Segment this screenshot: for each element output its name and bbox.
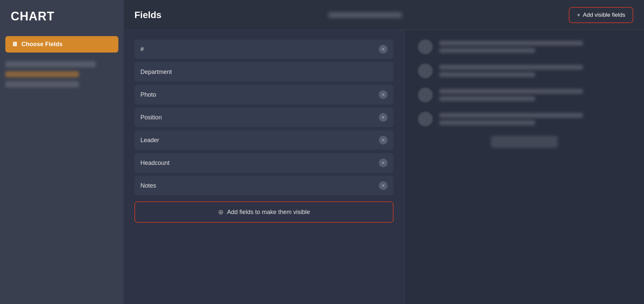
preview-lines-2 (439, 65, 631, 77)
page-title: Fields (134, 10, 162, 20)
field-item-position[interactable]: Position ✕ (134, 108, 394, 127)
header: Fields + Add visible fields (124, 0, 644, 30)
preview-lines-1 (439, 41, 631, 53)
preview-lines-4 (439, 113, 631, 125)
field-close-position[interactable]: ✕ (379, 113, 388, 122)
field-item-department[interactable]: Department (134, 62, 394, 82)
field-label-position: Position (140, 114, 162, 121)
field-close-leader[interactable]: ✕ (379, 136, 388, 144)
preview-line-3b (439, 96, 535, 101)
preview-line-1a (439, 41, 583, 45)
field-label-department: Department (140, 69, 172, 76)
header-center (328, 12, 402, 18)
add-visible-fields-plus-icon: + (577, 12, 580, 18)
blurred-item-2 (5, 71, 79, 77)
preview-row-1 (418, 39, 631, 54)
preview-avatar-3 (418, 88, 433, 102)
add-fields-plus-icon: ⊕ (218, 208, 224, 216)
field-close-headcount[interactable]: ✕ (379, 159, 388, 167)
monitor-icon: 🖥 (11, 41, 17, 48)
preview-lines-3 (439, 89, 631, 101)
preview-bottom-bar (491, 136, 558, 148)
field-label-notes: Notes (140, 182, 156, 189)
preview-row-3 (418, 88, 631, 102)
preview-row-4 (418, 112, 631, 126)
field-close-photo[interactable]: ✕ (379, 90, 388, 99)
preview-avatar-1 (418, 39, 433, 54)
fields-panel: # ✕ Department Photo ✕ Position ✕ Leader… (124, 30, 405, 304)
preview-line-3a (439, 89, 583, 94)
sidebar-item-choose-fields[interactable]: 🖥 Choose Fields (5, 36, 118, 53)
add-fields-label: Add fields to make them visible (227, 209, 310, 216)
preview-row-2 (418, 64, 631, 78)
field-item-headcount[interactable]: Headcount ✕ (134, 153, 394, 173)
preview-line-2b (439, 72, 535, 77)
field-item-notes[interactable]: Notes ✕ (134, 176, 394, 195)
field-label-headcount: Headcount (140, 160, 170, 167)
add-fields-button[interactable]: ⊕ Add fields to make them visible (134, 201, 394, 223)
blurred-item-1 (5, 61, 96, 67)
preview-line-2a (439, 65, 583, 70)
preview-line-4b (439, 120, 535, 125)
field-label-photo: Photo (140, 91, 156, 98)
add-visible-fields-button[interactable]: + Add visible fields (569, 7, 633, 23)
field-item-leader[interactable]: Leader ✕ (134, 130, 394, 150)
add-visible-fields-label: Add visible fields (583, 12, 625, 18)
preview-avatar-2 (418, 64, 433, 78)
preview-lines-5 (418, 136, 631, 148)
body-area: # ✕ Department Photo ✕ Position ✕ Leader… (124, 30, 644, 304)
header-blurred-info (328, 12, 402, 18)
field-label-hash: # (140, 46, 144, 53)
main-content: Fields + Add visible fields # ✕ Departme… (124, 0, 644, 304)
preview-line-4a (439, 113, 583, 118)
field-label-leader: Leader (140, 137, 159, 144)
blurred-item-3 (5, 81, 79, 87)
preview-line-1b (439, 48, 535, 53)
field-item-photo[interactable]: Photo ✕ (134, 85, 394, 104)
app-logo: CHART (0, 0, 124, 33)
sidebar: CHART 🖥 Choose Fields (0, 0, 124, 304)
choose-fields-label: Choose Fields (21, 41, 63, 48)
sidebar-menu: 🖥 Choose Fields (0, 33, 124, 56)
sidebar-blurred-section (0, 56, 124, 93)
field-close-notes[interactable]: ✕ (379, 181, 388, 190)
field-close-hash[interactable]: ✕ (379, 45, 388, 54)
preview-avatar-4 (418, 112, 433, 126)
field-item-hash[interactable]: # ✕ (134, 39, 394, 59)
preview-panel (405, 30, 644, 304)
preview-row-5 (418, 136, 631, 148)
